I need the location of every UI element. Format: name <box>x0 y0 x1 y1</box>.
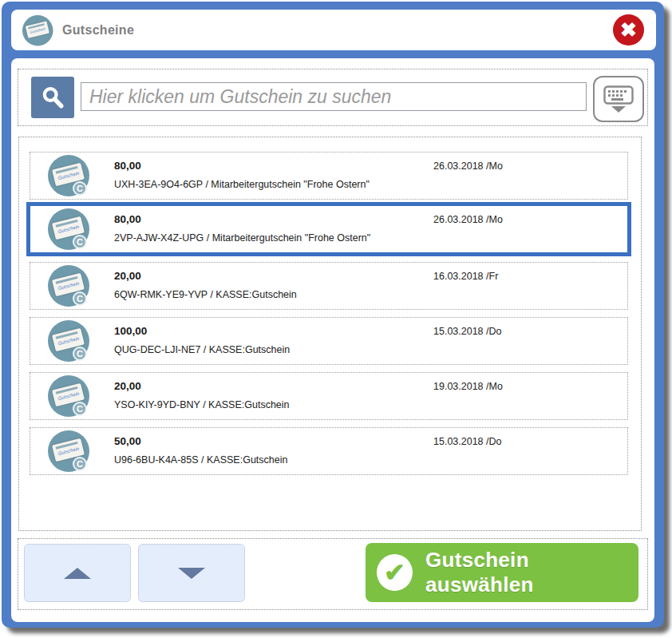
check-icon: ✔ <box>377 554 413 591</box>
scroll-down-button[interactable] <box>138 544 245 602</box>
voucher-date: 26.03.2018 /Mo <box>433 214 503 225</box>
voucher-row[interactable]: Gutschein C 20,00 6QW-RMK-YE9-YVP / KASS… <box>30 263 627 309</box>
keyboard-toggle-button[interactable] <box>593 76 644 122</box>
voucher-row-selected[interactable]: Gutschein C 80,00 2VP-AJW-X4Z-UPG / Mita… <box>30 206 627 252</box>
close-icon: ✖ <box>620 18 637 42</box>
voucher-icon: Gutschein C <box>48 430 89 472</box>
arrow-up-icon <box>64 568 91 579</box>
chevron-down-icon <box>611 106 626 113</box>
coin-icon: C <box>73 402 87 416</box>
arrow-down-icon <box>178 568 205 579</box>
voucher-details: 2VP-AJW-X4Z-UPG / Mitarbeitergutschein "… <box>114 232 370 244</box>
bottom-bar: ✔ Gutschein auswählen <box>18 538 648 610</box>
search-section <box>18 69 648 126</box>
voucher-amount: 50,00 <box>114 435 141 447</box>
voucher-details: UXH-3EA-9O4-6GP / Mitarbeitergutschein "… <box>114 179 370 190</box>
voucher-amount: 80,00 <box>114 160 141 172</box>
voucher-row[interactable]: Gutschein C 80,00 UXH-3EA-9O4-6GP / Mita… <box>30 153 627 199</box>
voucher-amount: 80,00 <box>114 213 141 225</box>
voucher-icon: Gutschein C <box>48 155 89 196</box>
main-panel: Gutschein C 80,00 UXH-3EA-9O4-6GP / Mita… <box>11 58 654 622</box>
page-title: Gutscheine <box>62 23 134 38</box>
voucher-icon: Gutschein C <box>48 208 89 250</box>
voucher-date: 26.03.2018 /Mo <box>433 160 503 172</box>
select-voucher-button[interactable]: ✔ Gutschein auswählen <box>366 543 638 602</box>
voucher-details: QUG-DEC-LJI-NE7 / KASSE:Gutschein <box>114 344 290 355</box>
search-input[interactable] <box>81 82 587 111</box>
voucher-amount: 20,00 <box>114 270 141 282</box>
search-button[interactable] <box>31 77 74 118</box>
voucher-date: 15.03.2018 /Do <box>433 436 502 447</box>
voucher-dialog: Gutschein Gutscheine ✖ <box>2 2 664 628</box>
close-button[interactable]: ✖ <box>613 14 644 46</box>
voucher-icon: Gutschein <box>22 15 53 46</box>
keyboard-icon <box>603 85 634 105</box>
voucher-details: 6QW-RMK-YE9-YVP / KASSE:Gutschein <box>114 289 297 300</box>
search-icon <box>39 84 66 111</box>
voucher-date: 15.03.2018 /Do <box>433 326 502 337</box>
title-bar: Gutschein Gutscheine ✖ <box>11 10 656 50</box>
voucher-amount: 100,00 <box>114 325 147 337</box>
coin-icon: C <box>73 291 87 306</box>
coin-icon: C <box>73 347 87 361</box>
scroll-up-button[interactable] <box>24 544 131 602</box>
voucher-details: YSO-KIY-9YD-BNY / KASSE:Gutschein <box>114 399 290 410</box>
voucher-list: Gutschein C 80,00 UXH-3EA-9O4-6GP / Mita… <box>18 137 642 531</box>
coin-icon: C <box>73 181 87 196</box>
voucher-row[interactable]: Gutschein C 50,00 U96-6BU-K4A-85S / KASS… <box>30 428 627 474</box>
voucher-row[interactable]: Gutschein C 100,00 QUG-DEC-LJI-NE7 / KAS… <box>30 318 627 364</box>
voucher-amount: 20,00 <box>114 380 141 392</box>
voucher-details: U96-6BU-K4A-85S / KASSE:Gutschein <box>114 454 287 466</box>
select-voucher-label: Gutschein auswählen <box>425 548 638 597</box>
voucher-icon: Gutschein C <box>48 320 89 362</box>
voucher-date: 19.03.2018 /Mo <box>433 381 503 392</box>
voucher-row[interactable]: Gutschein C 20,00 YSO-KIY-9YD-BNY / KASS… <box>30 373 627 419</box>
voucher-icon: Gutschein C <box>48 265 89 307</box>
voucher-icon: Gutschein C <box>48 375 89 417</box>
coin-icon: C <box>73 457 87 471</box>
voucher-date: 16.03.2018 /Fr <box>433 271 498 282</box>
coin-icon: C <box>73 235 87 249</box>
